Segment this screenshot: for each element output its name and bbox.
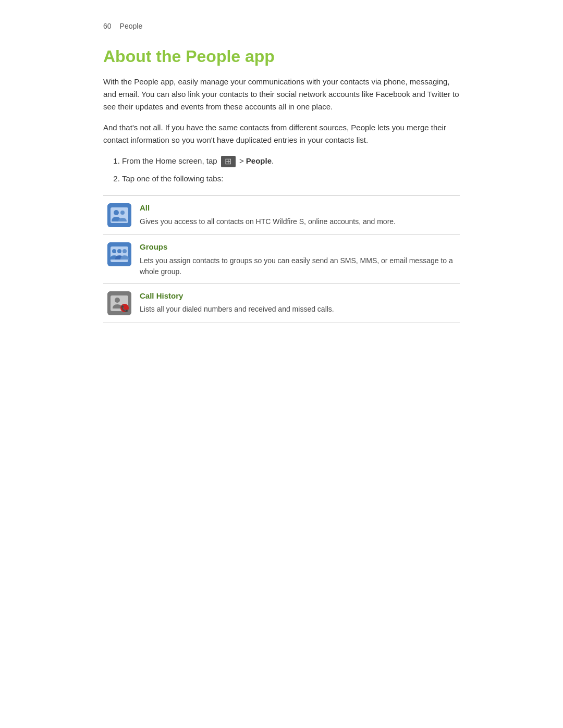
step-1-text-before: From the Home screen, tap [122,156,219,165]
tabs-table: All Gives you access to all contacts on … [103,195,460,323]
groups-tab-content: Groups Lets you assign contacts to group… [138,235,460,284]
svg-point-7 [117,249,121,253]
page-container: 60 People About the People app With the … [0,0,563,354]
step-1-text-after: > People. [239,156,274,165]
paragraph-2: And that's not all. If you have the same… [103,121,460,146]
svg-point-6 [112,249,116,253]
all-tab-content: All Gives you access to all contacts on … [138,196,460,235]
svg-text:📞: 📞 [121,304,129,312]
groups-tab-name: Groups [140,241,454,253]
apps-grid-icon [221,156,236,167]
table-row: 📞 Call History Lists all your dialed num… [103,283,460,323]
call-history-tab-icon: 📞 [107,291,131,315]
svg-point-11 [115,298,120,303]
step-1: From the Home screen, tap > People. [122,155,460,167]
steps-list: From the Home screen, tap > People. Tap … [122,155,460,185]
groups-tab-icon [107,242,131,266]
svg-point-3 [120,211,125,215]
callhistory-tab-icon-cell: 📞 [103,283,138,323]
callhistory-tab-content: Call History Lists all your dialed numbe… [138,283,460,323]
callhistory-tab-name: Call History [140,290,454,302]
step-2-text: Tap one of the following tabs: [122,174,223,183]
page-section-title: People [120,21,143,32]
callhistory-tab-description: Lists all your dialed numbers and receiv… [140,304,454,315]
page-number: 60 [103,21,112,32]
all-tab-icon [107,203,131,227]
table-row: Groups Lets you assign contacts to group… [103,235,460,284]
step-2: Tap one of the following tabs: [122,172,460,185]
svg-point-8 [123,249,127,253]
all-tab-name: All [140,202,454,214]
all-tab-icon-cell [103,196,138,235]
svg-point-2 [114,210,119,215]
groups-tab-description: Lets you assign contacts to groups so yo… [140,255,454,277]
table-row: All Gives you access to all contacts on … [103,196,460,235]
section-heading: About the People app [103,46,460,66]
svg-rect-5 [111,246,128,262]
page-header: 60 People [103,21,460,32]
groups-tab-icon-cell [103,235,138,284]
all-tab-description: Gives you access to all contacts on HTC … [140,216,454,227]
paragraph-1: With the People app, easily manage your … [103,76,460,113]
